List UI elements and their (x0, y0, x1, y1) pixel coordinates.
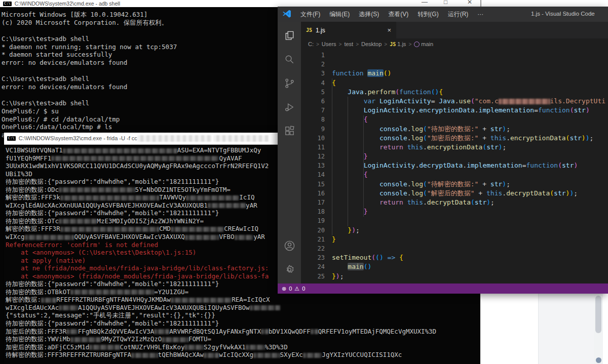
code-text: console.log("解密后的数据" + this.decryptData(… (332, 189, 608, 198)
redacted-text (162, 337, 188, 342)
terminal-text: 5Y=NbODZ1NTE5OTkyYmFmOTM= (135, 186, 231, 193)
terminal-text: wIXcg (6, 233, 25, 240)
redacted-text (204, 353, 219, 358)
code-line: 6 var LoginActivity= Java.use("com.cils.… (301, 97, 608, 106)
activity-run-debug-icon[interactable] (281, 97, 297, 116)
warnings-icon[interactable]: ⚠ (294, 286, 299, 292)
activity-settings-icon[interactable] (281, 260, 297, 279)
line-number: 3 (301, 69, 332, 78)
code-text (332, 60, 608, 69)
vscode-titlebar[interactable]: 文件(F)编辑(E)选择(S)查看(V)转到(G)运行(R)··· 1.js -… (278, 7, 608, 22)
code-token: ) (352, 226, 356, 234)
breadcrumb-label: test (344, 41, 353, 47)
line-number: 7 (301, 106, 332, 115)
code-token: str (490, 125, 502, 133)
line-number: 9 (301, 125, 332, 134)
breadcrumb-item-c[interactable]: C: (308, 41, 314, 47)
redacted-title-text (213, 135, 269, 142)
line-number: 12 (301, 152, 332, 161)
close-icon[interactable]: ✕ (467, 0, 472, 6)
code-token: ) (502, 125, 506, 133)
code-token: setTimeout (332, 254, 371, 261)
code-token: str (486, 143, 498, 151)
code-editor[interactable]: 1 2 3function main()4{5 Java.perform(fun… (301, 50, 608, 284)
code-text: Java.perform(function(){ (332, 88, 608, 97)
terminal-text: =Y2U1ZGU= (154, 288, 188, 296)
menu-item-2[interactable]: 选择(S) (354, 10, 384, 19)
activity-account-icon[interactable] (281, 236, 297, 255)
terminal-text: 解密的数据: (6, 296, 41, 303)
terminal-text: 待加密的数据:{"password":"dhwhdhe","mobile":"1… (6, 209, 219, 217)
code-token: . (463, 161, 467, 169)
menu-item-6[interactable]: ··· (473, 11, 488, 18)
redacted-title-text (137, 135, 212, 142)
menu-item-4[interactable]: 转到(G) (413, 10, 443, 19)
code-text: }); (332, 272, 608, 281)
terminal-text: wIXcglEdAUcXAc (6, 304, 59, 311)
breadcrumb-separator: > (384, 42, 387, 47)
code-token: console (379, 180, 407, 188)
terminal-text: bDV1XQwQDFF (269, 328, 311, 335)
line-number: 16 (301, 189, 332, 198)
terminal-line: 加密后的数据:aDFjCC5zM1dCotNUZrVH9LfBxKoyS2gyf… (6, 343, 480, 351)
breadcrumb-item-desktop[interactable]: Desktop (361, 41, 382, 47)
code-token: console (379, 125, 407, 133)
code-text (332, 244, 608, 253)
code-token: encryptionData (427, 143, 483, 151)
scrollbar[interactable] (594, 294, 603, 364)
terminal-text: SXyEXc (280, 351, 303, 358)
vscode-logo-icon (282, 9, 292, 19)
code-token: "加密后的数据:" (427, 134, 478, 142)
code-line: 15 console.log("待解密的数据:" + str); (301, 180, 608, 189)
activity-extensions-icon[interactable] (281, 121, 297, 140)
code-token: encryptionData (419, 106, 475, 114)
activity-explorer-icon[interactable] (281, 26, 297, 45)
errors-count[interactable]: 0 (289, 286, 292, 292)
code-token (395, 254, 399, 261)
code-token: ( (423, 180, 427, 188)
code-text: function main() (332, 69, 608, 78)
terminal-line: 待加密的数据:{"password":"dhwhdhe","mobile":"1… (6, 319, 480, 328)
code-line: 2 (301, 60, 608, 69)
terminal-text: wIcIQcXXg (219, 351, 253, 358)
menu-item-1[interactable]: 编辑(E) (325, 10, 354, 19)
scrollbar-thumb[interactable] (595, 296, 601, 333)
activity-source-control-icon[interactable] (281, 73, 297, 93)
line-number: 13 (301, 161, 332, 170)
code-token: } (364, 152, 368, 160)
cmd1-titlebar[interactable]: C:\ C:\WINDOWS\system32\cmd.exe - adb sh… (0, 0, 283, 7)
code-text: var LoginActivity= Java.use("com.cils.De… (332, 97, 608, 106)
tab-close-icon[interactable]: × (387, 26, 391, 34)
code-token: encryptionData (510, 134, 566, 142)
menu-item-5[interactable]: 运行(R) (443, 10, 473, 19)
breadcrumb-item-users[interactable]: Users (322, 41, 336, 47)
redacted-text (59, 305, 78, 310)
redacted-text (253, 353, 280, 358)
errors-icon[interactable]: ⊗ (282, 286, 286, 292)
line-number: 19 (301, 216, 332, 225)
menu-item-0[interactable]: 文件(F) (296, 10, 325, 19)
terminal-text: IcIQ (239, 193, 254, 201)
code-text: console.log("待解密的数据:" + str); (332, 180, 608, 189)
redacted-text (131, 353, 158, 358)
menu-item-3[interactable]: 查看(V) (384, 10, 413, 19)
terminal-text: yAR (246, 201, 257, 209)
code-token (332, 198, 379, 206)
terminal-text: wIXcglEdAUcXAcXXnUUA1QQUyASVFBAVEJHXOVEA… (6, 201, 208, 209)
warnings-count[interactable]: 0 (302, 286, 305, 292)
tab-1js[interactable]: JS 1.js × (301, 22, 396, 38)
breadcrumb-item-test[interactable]: test (344, 41, 353, 47)
redacted-text (311, 329, 318, 334)
breadcrumb-item-main[interactable]: main (414, 41, 433, 47)
maximize-icon[interactable]: □ (444, 0, 447, 6)
tab-bar: JS 1.js × (301, 22, 608, 38)
terminal-text: 解密的数据:FFF3R (6, 225, 60, 232)
minimize-icon[interactable]: — (422, 0, 428, 6)
breadcrumb-separator: > (316, 42, 319, 47)
code-text: LoginActivity.decryptData.implementation… (332, 161, 608, 170)
redacted-text (66, 329, 78, 334)
code-token: ; (490, 198, 495, 206)
code-token: } (364, 208, 368, 215)
activity-search-icon[interactable] (281, 50, 297, 69)
breadcrumb-item-1js[interactable]: JS1.js (390, 41, 406, 47)
